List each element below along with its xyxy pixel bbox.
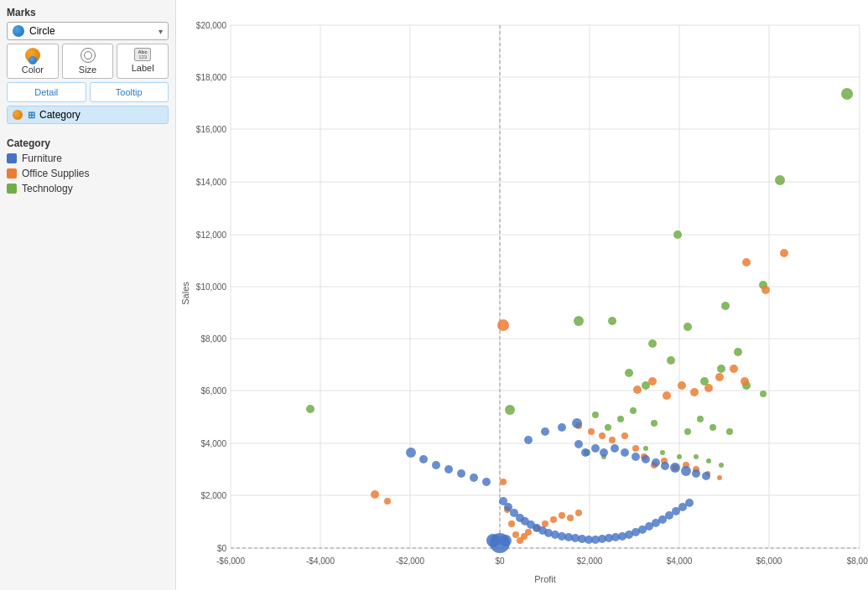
color-button[interactable]: Color bbox=[7, 44, 59, 79]
svg-text:$2,000: $2,000 bbox=[200, 491, 226, 500]
furniture-color-swatch bbox=[7, 153, 17, 163]
svg-point-168 bbox=[558, 423, 566, 432]
svg-point-94 bbox=[609, 437, 616, 443]
svg-text:-$6,000: -$6,000 bbox=[216, 556, 245, 566]
svg-point-170 bbox=[524, 436, 533, 444]
office-supplies-color-swatch bbox=[7, 168, 17, 179]
circle-dot-icon bbox=[13, 25, 24, 37]
category-pill[interactable]: ⊞ Category bbox=[7, 106, 169, 124]
office-supplies-label: Office Supplies bbox=[22, 168, 90, 179]
svg-point-126 bbox=[632, 453, 640, 461]
svg-point-47 bbox=[574, 316, 584, 326]
svg-point-55 bbox=[717, 365, 725, 373]
svg-point-107 bbox=[508, 520, 515, 527]
svg-point-48 bbox=[608, 317, 616, 325]
svg-point-129 bbox=[661, 462, 669, 470]
svg-point-67 bbox=[726, 428, 733, 435]
mark-buttons-row: Color Size Abc 123 Label bbox=[7, 44, 169, 79]
svg-point-63 bbox=[651, 420, 657, 427]
svg-text:-$4,000: -$4,000 bbox=[306, 556, 335, 566]
mark-type-label: Circle bbox=[29, 25, 159, 37]
svg-point-81 bbox=[633, 386, 642, 394]
svg-text:$0: $0 bbox=[217, 544, 227, 553]
color-label: Color bbox=[22, 65, 44, 75]
tooltip-button[interactable]: Tooltip bbox=[90, 82, 169, 102]
svg-text:Profit: Profit bbox=[534, 574, 556, 584]
svg-point-163 bbox=[685, 499, 694, 507]
svg-point-105 bbox=[500, 479, 507, 485]
svg-point-128 bbox=[652, 458, 660, 467]
svg-point-131 bbox=[681, 466, 691, 476]
svg-point-116 bbox=[567, 515, 574, 521]
svg-text:$4,000: $4,000 bbox=[667, 556, 693, 566]
svg-point-71 bbox=[660, 450, 665, 455]
svg-point-93 bbox=[599, 432, 606, 439]
svg-point-43 bbox=[775, 175, 785, 185]
category-pill-label: Category bbox=[39, 109, 81, 121]
technology-color-swatch bbox=[7, 184, 17, 194]
svg-point-130 bbox=[670, 463, 680, 473]
svg-point-132 bbox=[692, 469, 700, 478]
svg-point-59 bbox=[592, 411, 599, 418]
svg-point-76 bbox=[505, 405, 515, 415]
svg-point-172 bbox=[419, 455, 428, 463]
legend-items: Furniture Office Supplies Technology bbox=[7, 153, 169, 194]
svg-point-78 bbox=[742, 258, 751, 267]
svg-point-175 bbox=[457, 469, 465, 478]
mark-type-dropdown[interactable]: Circle ▾ bbox=[7, 22, 169, 40]
svg-point-121 bbox=[581, 448, 590, 457]
svg-point-177 bbox=[482, 478, 491, 486]
svg-point-95 bbox=[621, 432, 628, 439]
svg-point-72 bbox=[677, 454, 682, 459]
sidebar: Marks Circle ▾ Color Size Abc 123 Label bbox=[0, 0, 176, 590]
svg-point-124 bbox=[611, 444, 619, 453]
svg-point-120 bbox=[574, 440, 583, 448]
svg-point-62 bbox=[630, 407, 637, 414]
svg-point-173 bbox=[432, 461, 440, 469]
color-icon bbox=[25, 48, 40, 63]
svg-text:$6,000: $6,000 bbox=[200, 386, 226, 396]
technology-label: Technology bbox=[22, 183, 73, 194]
svg-point-80 bbox=[780, 249, 788, 257]
svg-point-44 bbox=[673, 230, 682, 239]
svg-point-169 bbox=[541, 427, 549, 436]
scatter-plot: $20,000 $18,000 $16,000 $14,000 $12,000 … bbox=[176, 0, 868, 590]
svg-text:$6,000: $6,000 bbox=[756, 556, 782, 566]
svg-point-113 bbox=[542, 520, 548, 527]
marks-title: Marks bbox=[7, 7, 169, 18]
svg-point-64 bbox=[684, 428, 691, 435]
svg-point-89 bbox=[741, 377, 749, 386]
svg-text:$18,000: $18,000 bbox=[196, 73, 227, 82]
svg-point-108 bbox=[512, 531, 519, 538]
svg-point-82 bbox=[648, 377, 657, 386]
svg-point-111 bbox=[525, 529, 532, 536]
svg-point-42 bbox=[841, 88, 853, 100]
svg-point-73 bbox=[694, 454, 699, 459]
svg-point-56 bbox=[734, 348, 742, 356]
svg-point-61 bbox=[617, 416, 624, 422]
svg-point-51 bbox=[667, 356, 675, 365]
legend-item-technology: Technology bbox=[7, 183, 169, 194]
size-icon bbox=[81, 48, 96, 63]
svg-point-88 bbox=[730, 365, 738, 373]
svg-point-79 bbox=[761, 286, 770, 294]
label-button[interactable]: Abc 123 Label bbox=[117, 44, 169, 79]
category-color-icon bbox=[13, 110, 23, 120]
marks-section: Marks Circle ▾ Color Size Abc 123 Label bbox=[7, 7, 169, 124]
svg-point-117 bbox=[575, 510, 582, 516]
svg-point-50 bbox=[683, 323, 692, 331]
svg-point-96 bbox=[632, 445, 639, 452]
svg-text:$14,000: $14,000 bbox=[196, 178, 227, 187]
label-icon: Abc 123 bbox=[134, 48, 151, 61]
detail-button[interactable]: Detail bbox=[7, 82, 86, 102]
svg-point-133 bbox=[702, 472, 710, 480]
svg-text:$12,000: $12,000 bbox=[196, 230, 227, 240]
category-legend: Category Furniture Office Supplies Techn… bbox=[7, 137, 169, 194]
svg-point-92 bbox=[588, 428, 595, 435]
svg-point-119 bbox=[384, 498, 391, 505]
svg-point-74 bbox=[706, 458, 711, 463]
svg-text:$8,000: $8,000 bbox=[847, 556, 868, 566]
svg-point-66 bbox=[709, 424, 716, 431]
svg-text:$2,000: $2,000 bbox=[577, 556, 603, 566]
size-button[interactable]: Size bbox=[62, 44, 114, 79]
